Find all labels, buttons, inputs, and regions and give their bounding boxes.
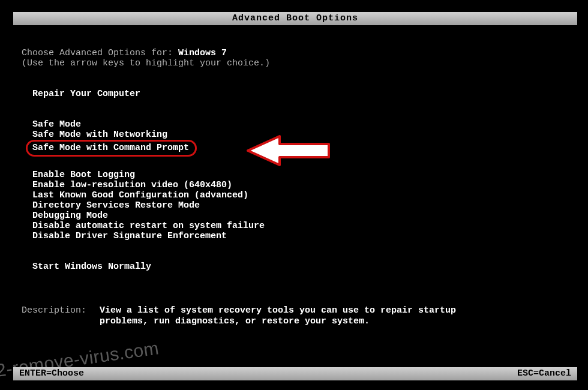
choose-line: Choose Advanced Options for: Windows 7 [22, 48, 566, 58]
choose-prefix: Choose Advanced Options for: [22, 48, 178, 58]
description-block: Description: View a list of system recov… [22, 305, 566, 327]
description-text: View a list of system recovery tools you… [100, 305, 460, 327]
option-safe-mode[interactable]: Safe Mode [32, 119, 566, 130]
option-ds-restore[interactable]: Directory Services Restore Mode [32, 200, 566, 211]
safe-mode-group: Safe Mode Safe Mode with Networking Safe… [32, 119, 566, 157]
normal-group: Start Windows Normally [32, 262, 566, 272]
main-content: Choose Advanced Options for: Windows 7 (… [0, 48, 588, 327]
highlighted-row: Safe Mode with Command Prompt [32, 140, 566, 157]
option-last-known-good[interactable]: Last Known Good Configuration (advanced) [32, 190, 566, 200]
pointer-arrow-icon [245, 134, 335, 167]
option-debugging[interactable]: Debugging Mode [32, 211, 566, 221]
option-safe-mode-cmd[interactable]: Safe Mode with Command Prompt [26, 140, 197, 157]
footer-bar: ENTER=Choose ESC=Cancel [13, 367, 577, 380]
option-repair[interactable]: Repair Your Computer [32, 89, 566, 99]
option-boot-logging[interactable]: Enable Boot Logging [32, 170, 566, 180]
repair-group: Repair Your Computer [32, 89, 566, 99]
title-bar: Advanced Boot Options [13, 12, 577, 25]
footer-esc: ESC=Cancel [517, 367, 571, 380]
option-disable-restart[interactable]: Disable automatic restart on system fail… [32, 221, 566, 231]
option-start-normally[interactable]: Start Windows Normally [32, 262, 566, 272]
os-name: Windows 7 [178, 48, 227, 58]
option-low-res[interactable]: Enable low-resolution video (640x480) [32, 180, 566, 190]
instruction-line: (Use the arrow keys to highlight your ch… [22, 58, 566, 68]
footer-enter: ENTER=Choose [19, 367, 84, 380]
option-disable-driver-sig[interactable]: Disable Driver Signature Enforcement [32, 231, 566, 241]
description-label: Description: [22, 305, 100, 327]
advanced-group: Enable Boot Logging Enable low-resolutio… [32, 170, 566, 241]
